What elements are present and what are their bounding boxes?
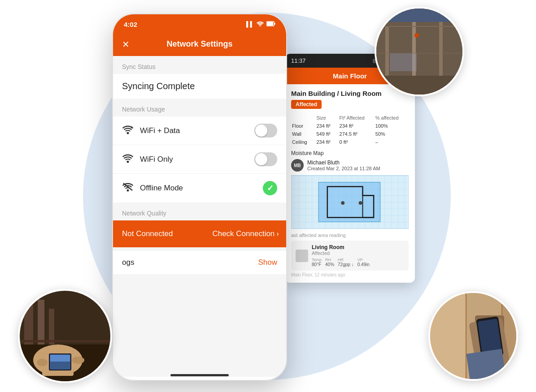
photo-hands-phone-right — [428, 291, 518, 381]
wifi-only-row[interactable]: WiFi Only — [113, 145, 286, 174]
wifi-only-label: WiFi Only — [140, 155, 254, 164]
table-row: Wall 549 ft² 274.5 ft² 50% — [292, 130, 408, 138]
svg-point-21 — [37, 359, 48, 366]
offline-mode-row[interactable]: Offline Mode ✓ — [113, 174, 286, 202]
row-type-wall: Wall — [292, 130, 316, 138]
phone-body: Sync Status Syncing Complete Network Usa… — [113, 56, 286, 377]
phone-frame: 4:02 ▌▌ — [112, 13, 287, 381]
not-connected-text: Not Connected — [113, 220, 205, 247]
logs-row: ogs Show — [113, 251, 286, 274]
svg-rect-12 — [24, 304, 33, 345]
main-phone: 4:02 ▌▌ — [112, 13, 287, 381]
user-created: Created Mar 2, 2023 at 11:28 AM — [307, 166, 380, 171]
room-name: Living Room — [312, 244, 404, 250]
home-indicator — [170, 374, 229, 376]
status-time: 4:02 — [124, 21, 137, 28]
offline-mode-label: Offline Mode — [140, 184, 263, 193]
last-reading-label: ast affected area reading — [291, 233, 409, 238]
secondary-subtitle: Main Floor — [333, 72, 367, 80]
timestamp: Main Floor, 12 minutes ago — [291, 272, 409, 277]
data-table: Size Ft² Affected % affected Floor 234 f… — [291, 113, 409, 146]
svg-point-41 — [127, 190, 129, 192]
sync-complete-text: Syncing Complete — [113, 74, 286, 99]
svg-rect-33 — [466, 349, 506, 381]
location-title: Main Building / Living Room — [291, 90, 409, 97]
svg-point-46 — [341, 201, 344, 205]
user-avatar: MB — [291, 159, 304, 172]
col-header-type — [292, 114, 316, 121]
svg-point-34 — [260, 26, 261, 26]
wifi-plus-data-label: WiFi + Data — [140, 126, 254, 135]
row-size-ceiling: 234 ft² — [317, 138, 339, 146]
row-pct-ceiling: – — [375, 138, 408, 146]
svg-rect-13 — [38, 300, 44, 345]
svg-rect-24 — [430, 293, 466, 381]
row-type-ceiling: Ceiling — [292, 138, 316, 146]
header-title: Network Settings — [166, 39, 232, 49]
table-row: Ceiling 234 ft² 0 ft² – — [292, 138, 408, 146]
wifi-plus-data-toggle[interactable] — [254, 124, 277, 138]
row-pct-wall: 50% — [375, 130, 408, 138]
room-details: Living Room Affected Temp 80°F RH 40% HR… — [312, 244, 404, 267]
moisture-map — [291, 175, 409, 229]
photo-hands-phone-left — [18, 289, 112, 383]
svg-point-38 — [127, 132, 129, 134]
user-row: MB Michael Bluth Created Mar 2, 2023 at … — [291, 159, 409, 172]
wifi-only-toggle[interactable] — [254, 152, 277, 166]
network-usage-card: + WiFi + Data — [113, 116, 286, 202]
network-quality-bar: Not Connected Check Connection › — [113, 220, 286, 247]
svg-rect-36 — [267, 22, 273, 26]
svg-rect-5 — [376, 9, 464, 22]
wifi-plus-data-row[interactable]: + WiFi + Data — [113, 116, 286, 145]
check-connection-button[interactable]: Check Connection › — [205, 220, 286, 247]
reading-row: Living Room Affected Temp 80°F RH 40% HR… — [291, 241, 409, 271]
temp-reading: Temp 80°F — [312, 258, 322, 267]
wifi-plus-icon: + — [122, 125, 134, 137]
row-ft-floor: 234 ft² — [340, 122, 375, 129]
col-header-size: Size — [317, 114, 339, 121]
sync-status-card: Syncing Complete — [113, 74, 286, 99]
wifi-only-icon — [122, 153, 134, 166]
rh-reading: RH 40% — [325, 258, 334, 267]
row-size-wall: 549 ft² — [317, 130, 339, 138]
svg-text:+: + — [131, 125, 133, 130]
network-quality-label: Network Quality — [113, 202, 286, 220]
photo-construction-top-right — [375, 7, 464, 96]
wifi-status-icon — [257, 21, 264, 28]
network-usage-label: Network Usage — [113, 99, 286, 116]
user-name: Michael Bluth — [307, 159, 380, 166]
svg-rect-37 — [275, 22, 275, 25]
svg-point-9 — [414, 33, 419, 38]
svg-point-47 — [359, 201, 362, 205]
sync-status-label: Sync Status — [113, 56, 286, 74]
room-affected-status: Affected — [312, 250, 404, 256]
hr-reading: HR 72gpp ↓ — [338, 258, 354, 267]
status-icons: ▌▌ — [246, 21, 275, 28]
status-bar: 4:02 ▌▌ — [113, 14, 286, 34]
secondary-time: 11:37 — [291, 57, 306, 64]
logs-label: ogs — [122, 258, 258, 267]
check-connection-label: Check Connection — [212, 229, 275, 238]
offline-mode-check[interactable]: ✓ — [263, 181, 277, 195]
col-header-ft-affected: Ft² Affected — [340, 114, 375, 121]
vp-reading: VP 0.49in — [357, 258, 370, 267]
col-header-pct-affected: % affected — [375, 114, 408, 121]
moisture-map-label: Moisture Map — [291, 150, 409, 156]
readings-data: Temp 80°F RH 40% HR 72gpp ↓ VP 0.49in — [312, 258, 404, 267]
row-size-floor: 234 ft² — [317, 122, 339, 129]
chevron-right-icon: › — [276, 229, 279, 238]
svg-point-22 — [72, 357, 84, 364]
close-button[interactable]: ✕ — [122, 39, 130, 50]
battery-icon — [266, 21, 275, 28]
svg-rect-15 — [20, 340, 112, 342]
row-type-floor: Floor — [292, 122, 316, 129]
offline-mode-icon — [122, 182, 134, 194]
construction-image-1 — [376, 9, 462, 95]
show-logs-button[interactable]: Show — [258, 258, 277, 267]
row-pct-floor: 100% — [375, 122, 408, 129]
signal-icon: ▌▌ — [246, 21, 254, 27]
svg-rect-6 — [390, 53, 417, 71]
row-ft-ceiling: 0 ft² — [340, 138, 375, 146]
svg-rect-14 — [49, 309, 54, 345]
table-row: Floor 234 ft² 234 ft² 100% — [292, 122, 408, 129]
